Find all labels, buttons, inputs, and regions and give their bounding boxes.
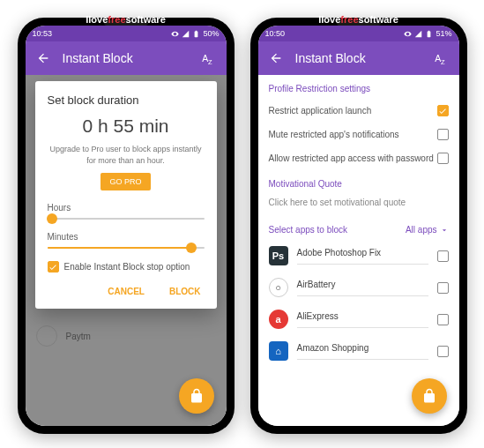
sort-az-icon[interactable]: AZ: [433, 50, 449, 66]
quote-hint[interactable]: Click here to set motivational quote: [258, 194, 459, 216]
profile-section-header: Profile Restriction settings: [258, 75, 459, 99]
hours-slider-label: Hours: [48, 203, 205, 213]
eye-icon: [171, 30, 179, 38]
block-button[interactable]: BLOCK: [166, 281, 205, 302]
svg-text:Z: Z: [208, 58, 212, 66]
battery-icon: [425, 30, 433, 38]
lock-fab[interactable]: [412, 378, 447, 414]
app-name: AliExpress: [297, 311, 428, 328]
checkbox-icon: [437, 282, 449, 294]
dialog-title: Set block duration: [48, 93, 205, 107]
checkbox-icon: [437, 129, 449, 140]
hours-slider[interactable]: [48, 218, 205, 220]
lock-icon: [421, 388, 437, 404]
eye-icon: [404, 30, 412, 38]
setting-label: Allow restricted app access with passwor…: [269, 153, 434, 163]
svg-text:A: A: [435, 53, 441, 63]
status-bar: 10:50 51%: [258, 26, 459, 41]
app-icon: ⌂: [269, 341, 288, 361]
enable-stop-checkbox-row[interactable]: Enable Instant Block stop option: [48, 261, 205, 273]
setting-row[interactable]: Mute restricted app's notifications: [258, 123, 459, 146]
status-time: 10:53: [33, 29, 53, 38]
back-arrow-icon[interactable]: [36, 51, 50, 65]
setting-row[interactable]: Allow restricted app access with passwor…: [258, 146, 459, 170]
setting-row[interactable]: Restrict application launch: [258, 99, 459, 123]
appbar-title: Instant Block: [63, 51, 188, 65]
app-name: Adobe Photoshop Fix: [297, 248, 428, 265]
settings-content: Profile Restriction settings Restrict ap…: [258, 75, 459, 426]
signal-icon: [414, 30, 422, 38]
apps-filter-dropdown[interactable]: All apps: [406, 225, 449, 235]
setting-label: Mute restricted app's notifications: [269, 130, 399, 139]
checkbox-icon: [437, 346, 449, 357]
sort-az-icon[interactable]: AZ: [200, 50, 216, 66]
minutes-slider[interactable]: [48, 247, 205, 249]
cancel-button[interactable]: CANCEL: [104, 281, 148, 302]
app-name: Amazon Shopping: [297, 343, 428, 360]
app-bar: Instant Block AZ: [258, 41, 459, 75]
minutes-slider-label: Minutes: [48, 232, 205, 242]
app-row[interactable]: ○ AirBattery: [258, 272, 459, 303]
checkbox-icon: [437, 314, 449, 325]
status-bar: 10:53 50%: [26, 26, 227, 41]
phone-right: Ilovefreesoftware 10:50 51% Instant Bloc…: [250, 18, 467, 434]
setting-label: Restrict application launch: [269, 106, 372, 116]
select-apps-label: Select apps to block: [269, 225, 348, 235]
lock-icon: [189, 388, 205, 404]
quote-section-header: Motivational Quote: [258, 170, 459, 194]
svg-text:Z: Z: [441, 58, 445, 66]
app-row[interactable]: Ps Adobe Photoshop Fix: [258, 240, 459, 272]
checkbox-checked-icon: [48, 261, 59, 273]
block-duration-dialog: Set block duration 0 h 55 min Upgrade to…: [35, 81, 217, 309]
status-right: 50%: [171, 29, 219, 38]
svg-text:A: A: [202, 53, 208, 63]
battery-icon: [192, 30, 200, 38]
app-icon: Ps: [269, 246, 288, 265]
upgrade-text: Upgrade to Pro user to block apps instan…: [48, 144, 205, 166]
phone-left: Ilovefreesoftware 10:53 50% Instant Bloc…: [18, 18, 235, 434]
enable-stop-label: Enable Instant Block stop option: [64, 262, 190, 272]
app-bar: Instant Block AZ: [26, 41, 227, 75]
watermark: Ilovefreesoftware: [318, 14, 398, 25]
app-row[interactable]: a AliExpress: [258, 303, 459, 335]
app-icon: ○: [269, 278, 288, 297]
status-right: 51%: [404, 29, 451, 38]
chevron-down-icon: [440, 226, 449, 235]
back-arrow-icon[interactable]: [269, 51, 283, 65]
signal-icon: [182, 30, 190, 38]
battery-pct: 50%: [203, 29, 219, 38]
checkbox-checked-icon: [437, 105, 449, 116]
battery-pct: 51%: [436, 29, 451, 38]
watermark: Ilovefreesoftware: [86, 14, 166, 25]
app-icon: a: [269, 310, 288, 329]
app-name: AirBattery: [297, 280, 428, 296]
appbar-title: Instant Block: [295, 51, 421, 65]
checkbox-icon: [437, 250, 449, 262]
lock-fab[interactable]: [179, 378, 214, 414]
status-time: 10:50: [265, 29, 286, 38]
go-pro-button[interactable]: GO PRO: [101, 173, 150, 190]
app-row[interactable]: ⌂ Amazon Shopping: [258, 335, 459, 367]
checkbox-icon: [437, 153, 449, 164]
duration-display: 0 h 55 min: [48, 116, 205, 137]
